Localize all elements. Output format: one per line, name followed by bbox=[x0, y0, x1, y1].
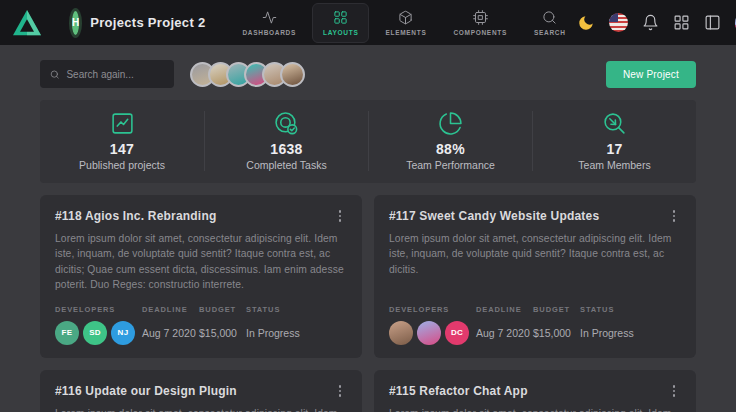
card-description: Lorem ipsum dolor sit amet, consectetur … bbox=[55, 231, 347, 293]
stat-label: Completed Tasks bbox=[246, 159, 326, 171]
developer-avatars: DC bbox=[389, 321, 476, 345]
card-footer: DEVELOPERS FESDNJ DEADLINE Aug 7 2020 BU… bbox=[55, 293, 347, 345]
nav-item-layouts[interactable]: LAYOUTS bbox=[312, 3, 369, 43]
nav-item-label: DASHBOARDS bbox=[242, 29, 296, 36]
deadline-value: Aug 7 2020 bbox=[476, 321, 533, 345]
moon-icon[interactable] bbox=[577, 14, 595, 32]
developer-avatar[interactable]: SD bbox=[83, 321, 107, 345]
developer-avatar[interactable]: NJ bbox=[111, 321, 135, 345]
nav-icon bbox=[473, 10, 488, 25]
stat-item: 147 Published projects bbox=[40, 111, 204, 171]
card-title: #116 Update our Design Plugin bbox=[55, 384, 237, 398]
project-cards-grid: #118 Agios Inc. Rebranding Lorem ipsum d… bbox=[40, 195, 696, 412]
stat-item: 1638 Completed Tasks bbox=[204, 111, 368, 171]
nav-item-search[interactable]: SEARCH bbox=[523, 3, 577, 43]
developer-avatars: FESDNJ bbox=[55, 321, 142, 345]
team-member-avatar[interactable] bbox=[280, 62, 305, 87]
apps-grid-icon[interactable] bbox=[673, 14, 690, 31]
card-title: #118 Agios Inc. Rebranding bbox=[55, 209, 216, 223]
developer-avatar[interactable] bbox=[417, 321, 441, 345]
deadline-label: DEADLINE bbox=[142, 305, 199, 314]
developer-avatar[interactable]: FE bbox=[55, 321, 79, 345]
nav-item-dashboards[interactable]: DASHBOARDS bbox=[231, 3, 307, 43]
project-card: #118 Agios Inc. Rebranding Lorem ipsum d… bbox=[40, 195, 362, 358]
stat-label: Team Members bbox=[578, 159, 650, 171]
sidebar-toggle-icon[interactable] bbox=[704, 14, 721, 31]
project-card: #117 Sweet Candy Website Updates Lorem i… bbox=[374, 195, 696, 358]
nav-item-label: SEARCH bbox=[534, 29, 566, 36]
nav-icon bbox=[542, 10, 557, 25]
status-label: STATUS bbox=[246, 305, 300, 314]
stat-value: 17 bbox=[606, 141, 622, 157]
toolbar-row: New Project bbox=[40, 60, 696, 88]
nav-icon bbox=[398, 10, 413, 25]
status-value: In Progress bbox=[246, 321, 300, 345]
deadline-label: DEADLINE bbox=[476, 305, 533, 314]
developers-label: DEVELOPERS bbox=[389, 305, 476, 314]
nav-icon bbox=[262, 10, 277, 25]
developer-avatar[interactable] bbox=[389, 321, 413, 345]
card-description: Lorem ipsum dolor sit amet, consectetur … bbox=[55, 406, 347, 412]
stat-item: 17 Team Members bbox=[532, 111, 696, 171]
project-card: #116 Update our Design Plugin Lorem ipsu… bbox=[40, 370, 362, 412]
stat-item: 88% Team Performance bbox=[368, 111, 532, 171]
search-input[interactable] bbox=[66, 69, 164, 80]
flag-us-icon[interactable] bbox=[609, 13, 628, 32]
search-box bbox=[40, 60, 174, 88]
kebab-menu-icon[interactable] bbox=[667, 209, 681, 223]
navbar: H Projects Project 2 DASHBOARDS LAYOUTS … bbox=[0, 0, 736, 45]
main-nav: DASHBOARDS LAYOUTS ELEMENTS COMPONENTS S… bbox=[231, 3, 576, 43]
developer-avatar[interactable]: DC bbox=[445, 321, 469, 345]
nav-item-components[interactable]: COMPONENTS bbox=[442, 3, 518, 43]
content: New Project 147 Published projects 1638 … bbox=[0, 45, 736, 412]
nav-item-elements[interactable]: ELEMENTS bbox=[374, 3, 437, 43]
budget-value: $15,000 bbox=[533, 321, 580, 345]
app-logo-icon[interactable] bbox=[12, 9, 42, 37]
status-label: STATUS bbox=[580, 305, 634, 314]
card-title: #115 Refactor Chat App bbox=[389, 384, 528, 398]
nav-icon bbox=[333, 10, 348, 25]
card-description: Lorem ipsum dolor sit amet, consectetur … bbox=[389, 406, 681, 412]
stat-value: 88% bbox=[436, 141, 465, 157]
card-description: Lorem ipsum dolor sit amet, consectetur … bbox=[389, 231, 681, 277]
budget-label: BUDGET bbox=[533, 305, 580, 314]
developers-label: DEVELOPERS bbox=[55, 305, 142, 314]
card-title: #117 Sweet Candy Website Updates bbox=[389, 209, 599, 223]
nav-item-label: COMPONENTS bbox=[453, 29, 507, 36]
search-icon bbox=[50, 69, 59, 80]
budget-value: $15,000 bbox=[199, 321, 246, 345]
deadline-value: Aug 7 2020 bbox=[142, 321, 199, 345]
project-card: #115 Refactor Chat App Lorem ipsum dolor… bbox=[374, 370, 696, 412]
project-badge: H bbox=[72, 11, 79, 35]
bell-icon[interactable] bbox=[642, 14, 659, 31]
kebab-menu-icon[interactable] bbox=[333, 384, 347, 398]
stat-value: 147 bbox=[110, 141, 134, 157]
card-footer: DEVELOPERS DC DEADLINE Aug 7 2020 BUDGET… bbox=[389, 293, 681, 345]
kebab-menu-icon[interactable] bbox=[667, 384, 681, 398]
nav-item-label: ELEMENTS bbox=[385, 29, 426, 36]
navbar-right bbox=[577, 9, 736, 37]
stats-bar: 147 Published projects 1638 Completed Ta… bbox=[40, 100, 696, 183]
page-title: Projects Project 2 bbox=[90, 15, 205, 30]
kebab-menu-icon[interactable] bbox=[333, 209, 347, 223]
stat-value: 1638 bbox=[270, 141, 302, 157]
new-project-button[interactable]: New Project bbox=[606, 61, 696, 88]
stat-label: Team Performance bbox=[406, 159, 495, 171]
nav-item-label: LAYOUTS bbox=[323, 29, 358, 36]
budget-label: BUDGET bbox=[199, 305, 246, 314]
team-avatar-group bbox=[190, 62, 305, 87]
status-value: In Progress bbox=[580, 321, 634, 345]
stat-label: Published projects bbox=[79, 159, 165, 171]
